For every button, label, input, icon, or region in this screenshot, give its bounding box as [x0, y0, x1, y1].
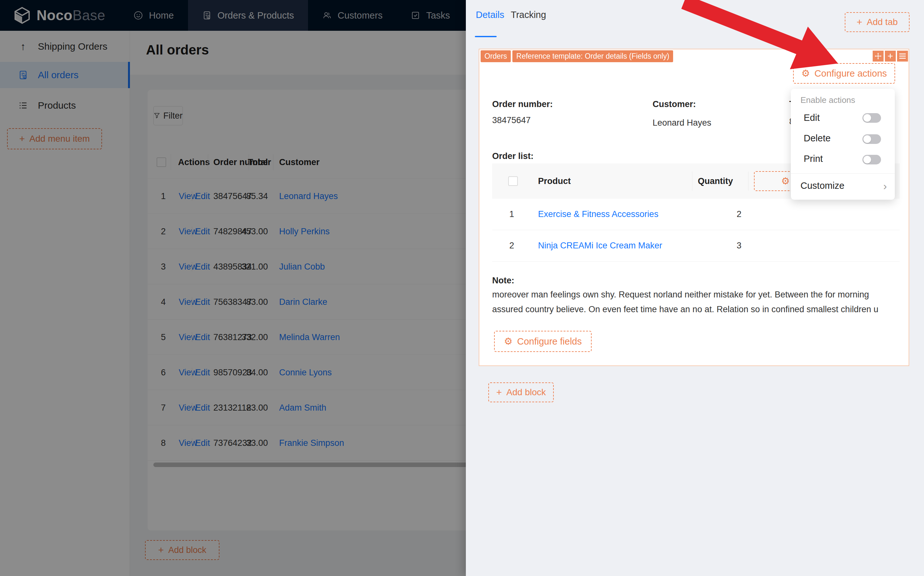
hamburger-menu-icon [899, 53, 906, 59]
chevron-right-icon: › [883, 180, 887, 192]
item-index: 1 [507, 199, 517, 230]
configure-actions-label: Configure actions [815, 68, 887, 79]
active-tab-indicator [475, 36, 497, 37]
plus-icon: + [887, 51, 893, 62]
drag-block-button[interactable] [873, 51, 884, 62]
item-index: 2 [507, 230, 517, 261]
menu-item-edit[interactable]: Edit [804, 112, 820, 123]
delete-toggle[interactable] [862, 134, 881, 144]
tab-tracking[interactable]: Tracking [511, 10, 546, 20]
gear-icon: ⚙ [504, 336, 513, 346]
configure-fields-label: Configure fields [517, 336, 582, 347]
plus-icon: + [496, 387, 502, 397]
note-text-line1: moreover man feelings own shy. Request n… [492, 290, 906, 300]
block-menu-button[interactable] [897, 51, 908, 62]
note-text-line2: assured country believe. On even feet ti… [492, 304, 906, 314]
add-tab-label: Add tab [867, 17, 898, 27]
order-item-row: 1 Exercise & Fitness Accessories 2 [492, 199, 900, 230]
configure-fields-button[interactable]: ⚙ Configure fields [494, 331, 592, 352]
enable-actions-group-label: Enable actions [800, 95, 855, 105]
col-header-quantity: Quantity [698, 163, 733, 199]
gear-icon: ⚙ [781, 176, 790, 186]
field-label-order-number: Order number: [492, 99, 553, 109]
order-item-row: 2 Ninja CREAMi Ice Cream Maker 3 [492, 230, 900, 262]
product-link[interactable]: Ninja CREAMi Ice Cream Maker [538, 230, 662, 261]
drag-move-icon [874, 53, 882, 60]
field-value-customer-link[interactable]: Leonard Hayes [653, 118, 711, 128]
add-block-label: Add block [506, 387, 546, 397]
select-all-items-checkbox[interactable] [508, 176, 518, 186]
plus-icon: + [857, 17, 862, 27]
field-label-customer: Customer: [653, 99, 696, 109]
menu-item-customize[interactable]: Customize [800, 181, 844, 191]
edit-toggle[interactable] [862, 113, 881, 123]
field-value-order-number: 38475647 [492, 115, 531, 125]
add-tab-button[interactable]: + Add tab [845, 12, 910, 32]
reference-template-badge: Reference template: Order details (Field… [512, 50, 673, 62]
quantity-cell: 2 [736, 199, 741, 230]
drawer-add-block-button[interactable]: + Add block [488, 382, 554, 402]
order-items-body: 1 Exercise & Fitness Accessories 2 2 Nin… [492, 199, 900, 262]
configure-actions-button[interactable]: ⚙ Configure actions [793, 63, 895, 84]
add-block-inline-button[interactable]: + [885, 51, 896, 62]
quantity-cell: 3 [736, 230, 741, 261]
menu-item-delete[interactable]: Delete [804, 133, 831, 144]
drawer-overlay-mask[interactable] [0, 0, 466, 576]
order-details-drawer: Details Tracking + Add tab Orders Refere… [466, 0, 924, 576]
order-list-label: Order list: [492, 151, 534, 161]
collection-badge: Orders [481, 50, 511, 62]
menu-divider [791, 173, 895, 174]
col-header-product: Product [538, 163, 571, 199]
product-link[interactable]: Exercise & Fitness Accessories [538, 199, 658, 230]
note-label: Note: [492, 276, 514, 286]
gear-icon: ⚙ [801, 69, 810, 78]
block-badges: Orders Reference template: Order details… [481, 50, 673, 62]
print-toggle[interactable] [862, 155, 881, 165]
tab-details[interactable]: Details [476, 10, 504, 20]
menu-item-print[interactable]: Print [804, 154, 823, 164]
configure-actions-menu: Enable actions Edit Delete Print Customi… [791, 89, 895, 200]
